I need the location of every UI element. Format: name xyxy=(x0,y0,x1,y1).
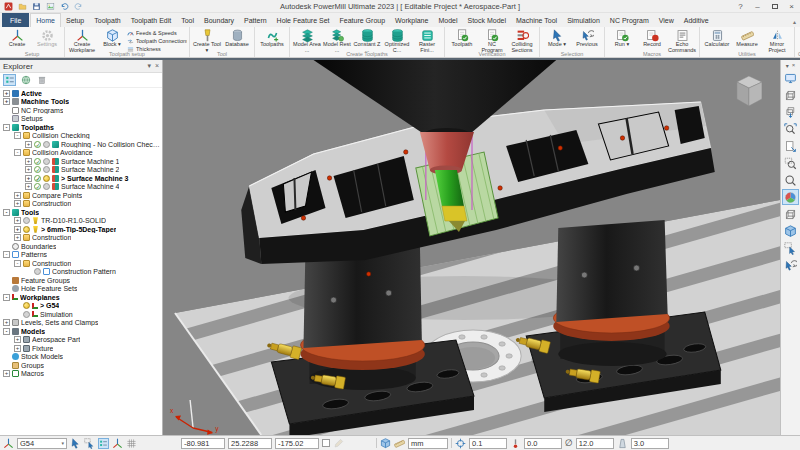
coordinate-y-field[interactable]: 25.2288 xyxy=(228,438,272,449)
expander-icon[interactable]: - xyxy=(14,260,21,267)
ribbon-button-raster-fini[interactable]: Raster Fini... xyxy=(412,28,442,53)
open-button[interactable] xyxy=(17,1,28,12)
tree-item-machine-tools[interactable]: +Machine Tools xyxy=(0,98,162,107)
expander-icon[interactable]: - xyxy=(3,328,10,335)
tab-view[interactable]: View xyxy=(654,13,679,27)
tree-item-collision-checking[interactable]: -Collision Checking xyxy=(0,132,162,141)
tree-item-6mm-tip-5deg-taper[interactable]: +> 6mm-Tip-5Deg-Taper xyxy=(0,225,162,234)
ribbon-button-echo-commands[interactable]: Echo Commands xyxy=(667,28,697,53)
expander-icon[interactable]: + xyxy=(25,183,32,190)
thickness-field[interactable]: 0.0 xyxy=(524,438,562,449)
pick-cursor-icon[interactable] xyxy=(70,438,81,449)
tree-item-nc-programs[interactable]: +NC Programs xyxy=(0,106,162,115)
tree-item-construction[interactable]: +Construction xyxy=(0,200,162,209)
tab-toolpath-edit[interactable]: Toolpath Edit xyxy=(126,13,176,27)
draw-checkbox[interactable] xyxy=(322,439,330,447)
restore-button[interactable] xyxy=(766,0,783,12)
ribbon-button-mirror-project[interactable]: Mirror Project xyxy=(762,28,792,53)
zoom-button[interactable] xyxy=(782,172,799,188)
ribbon-button-create-tool[interactable]: Create Tool ▾ xyxy=(192,28,222,53)
view-cube-button[interactable] xyxy=(782,87,799,103)
expander-icon[interactable]: + xyxy=(14,234,21,241)
units-select[interactable]: mm xyxy=(408,438,448,449)
tree-item-patterns[interactable]: -Patterns xyxy=(0,251,162,260)
view-toolbar-close-icon[interactable]: × xyxy=(792,62,796,68)
expander-icon[interactable]: + xyxy=(3,319,10,326)
expander-icon[interactable]: + xyxy=(14,200,21,207)
expander-icon[interactable]: + xyxy=(25,141,32,148)
zoom-box-button[interactable] xyxy=(782,155,799,171)
tree-item-aerospace-part[interactable]: +Aerospace Part xyxy=(0,336,162,345)
expander-icon[interactable]: + xyxy=(25,166,32,173)
tree-item-hole-feature-sets[interactable]: +Hole Feature Sets xyxy=(0,285,162,294)
workplane-select[interactable]: G54 ▾ xyxy=(17,438,67,449)
tip-radius-field[interactable]: 3.0 xyxy=(631,438,669,449)
expander-icon[interactable]: + xyxy=(3,370,10,377)
ribbon-button-toolpath[interactable]: Toolpath xyxy=(447,28,477,48)
ribbon-button-constant-z[interactable]: Constant Z ... xyxy=(352,28,382,53)
tree-item-roughing-no-collision-checking[interactable]: +Roughing - No Collision Checking xyxy=(0,140,162,149)
tree-item-stock-models[interactable]: +Stock Models xyxy=(0,353,162,362)
ribbon-button-mode[interactable]: Mode ▾ xyxy=(542,28,572,48)
tree-item-construction-pattern[interactable]: +Construction Pattern xyxy=(0,268,162,277)
tree-item-active[interactable]: +Active xyxy=(0,89,162,98)
ribbon-button-toolpath-connections[interactable]: Toolpath Connections xyxy=(127,37,187,45)
tree-item-groups[interactable]: +Groups xyxy=(0,361,162,370)
tab-workplane[interactable]: Workplane xyxy=(390,13,433,27)
tree-item-compare-points[interactable]: +Compare Points xyxy=(0,191,162,200)
ribbon-button-create[interactable]: Create xyxy=(2,28,32,48)
expander-icon[interactable]: + xyxy=(25,175,32,182)
ribbon-button-settings[interactable]: Settings xyxy=(32,28,62,48)
help-button[interactable]: ? xyxy=(732,0,749,12)
tree-item-surface-machine-3[interactable]: +> Surface Machine 3 xyxy=(0,174,162,183)
coordinate-z-field[interactable]: -175.02 xyxy=(275,438,319,449)
tab-hole-feature-set[interactable]: Hole Feature Set xyxy=(272,13,335,27)
ribbon-button-colliding-sections[interactable]: Colliding Sections xyxy=(507,28,537,53)
save-button[interactable] xyxy=(31,1,42,12)
snap-toggle-icon[interactable] xyxy=(98,438,109,449)
tree-item-toolpaths[interactable]: -Toolpaths xyxy=(0,123,162,132)
expander-icon[interactable]: + xyxy=(14,226,21,233)
ribbon-button-measure[interactable]: Measure xyxy=(732,28,762,48)
tab-file[interactable]: File xyxy=(2,13,29,27)
tab-pattern[interactable]: Pattern xyxy=(239,13,272,27)
tab-toolpath[interactable]: Toolpath xyxy=(89,13,125,27)
expander-icon[interactable]: + xyxy=(25,158,32,165)
redo-button[interactable] xyxy=(73,1,84,12)
tree-item-construction[interactable]: +Construction xyxy=(0,234,162,243)
expander-icon[interactable]: + xyxy=(14,192,21,199)
zoom-fit-button[interactable] xyxy=(782,121,799,137)
ribbon-button-optimized-c[interactable]: Optimized C... xyxy=(382,28,412,53)
expander-icon[interactable]: - xyxy=(14,149,21,156)
tab-setup[interactable]: Setup xyxy=(61,13,89,27)
ribbon-button-feeds-speeds[interactable]: Feeds & Speeds xyxy=(127,29,187,37)
ribbon-button-database[interactable]: Database xyxy=(222,28,252,48)
tree-item-feature-groups[interactable]: +Feature Groups xyxy=(0,276,162,285)
expander-icon[interactable]: + xyxy=(14,345,21,352)
tab-stock-model[interactable]: Stock Model xyxy=(462,13,511,27)
view-toolbar-collapse-icon[interactable]: ▾ xyxy=(786,62,789,69)
toolpath-list-button[interactable] xyxy=(3,74,16,86)
tolerance-field[interactable]: 0.1 xyxy=(469,438,507,449)
ribbon-button-model-area[interactable]: Model Area ... xyxy=(292,28,322,53)
ribbon-button-model-rest[interactable]: Model Rest ... xyxy=(322,28,352,53)
coordinate-x-field[interactable]: -80.981 xyxy=(181,438,225,449)
minimize-button[interactable]: – xyxy=(749,0,766,12)
tree-item-simulation[interactable]: +Simulation xyxy=(0,310,162,319)
workplane-pick-icon[interactable] xyxy=(112,438,123,449)
tab-nc-program[interactable]: NC Program xyxy=(605,13,654,27)
ribbon-button-nc-program[interactable]: NC Program xyxy=(477,28,507,53)
ribbon-button-run[interactable]: Run ▾ xyxy=(607,28,637,48)
tree-item-g54[interactable]: +> G54 xyxy=(0,302,162,311)
tab-tool[interactable]: Tool xyxy=(176,13,199,27)
expander-icon[interactable]: + xyxy=(3,98,10,105)
tree-item-models[interactable]: -Models xyxy=(0,327,162,336)
tree-item-setups[interactable]: +Setups xyxy=(0,115,162,124)
tab-simulation[interactable]: Simulation xyxy=(562,13,605,27)
tree-item-surface-machine-1[interactable]: +Surface Machine 1 xyxy=(0,157,162,166)
tab-model[interactable]: Model xyxy=(433,13,462,27)
expander-icon[interactable]: + xyxy=(14,217,21,224)
drag-cursor-icon[interactable] xyxy=(84,438,95,449)
capture-button[interactable] xyxy=(45,1,56,12)
viewport[interactable]: x y xyxy=(163,60,780,435)
